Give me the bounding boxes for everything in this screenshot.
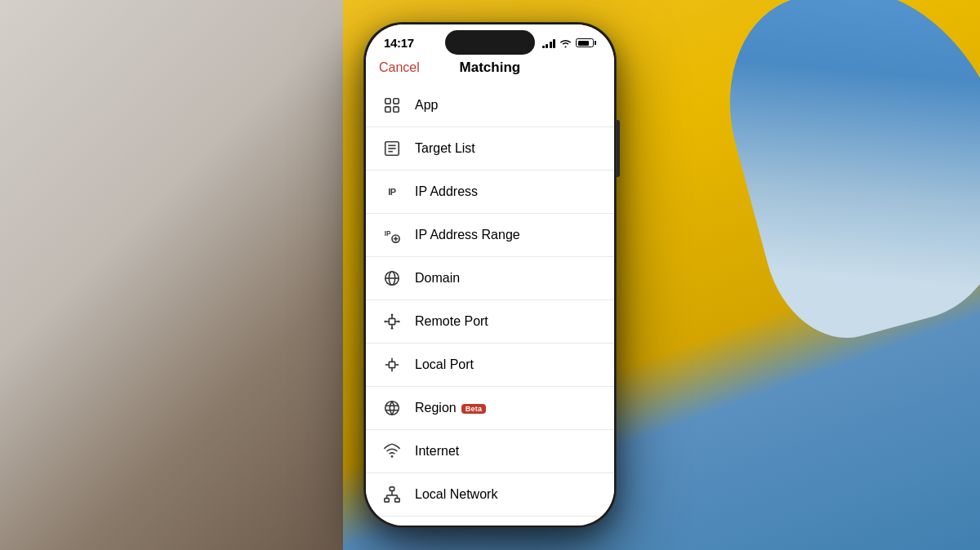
dynamic-island — [445, 30, 535, 55]
svg-point-23 — [398, 321, 400, 323]
beta-badge: Beta — [461, 404, 487, 414]
menu-item-app[interactable]: App — [366, 84, 614, 127]
bg-left — [0, 0, 343, 550]
menu-item-ip-address[interactable]: IP IP Address — [366, 171, 614, 214]
app-grid-icon — [381, 94, 403, 117]
menu-item-domain[interactable]: Domain — [366, 257, 614, 300]
battery-icon — [576, 38, 596, 47]
svg-point-20 — [391, 313, 394, 316]
svg-point-32 — [391, 455, 394, 458]
svg-point-21 — [391, 327, 394, 330]
menu-item-region[interactable]: RegionBeta — [366, 387, 614, 430]
region-globe-icon — [381, 397, 403, 419]
wifi-icon — [559, 38, 572, 48]
svg-rect-24 — [389, 361, 394, 367]
svg-point-29 — [385, 401, 399, 415]
nav-title: Matching — [460, 60, 521, 76]
menu-item-app-label: App — [415, 98, 438, 113]
globe-icon — [381, 267, 403, 290]
signal-icon — [542, 38, 556, 48]
menu-item-local-network-label: Local Network — [415, 487, 497, 502]
svg-rect-35 — [395, 499, 400, 503]
phone-screen: 14:17 — [366, 24, 614, 526]
svg-rect-33 — [390, 487, 394, 491]
menu-item-remote-port-label: Remote Port — [415, 314, 488, 329]
menu-item-ip-address-range[interactable]: IP IP Address Range — [366, 214, 614, 257]
svg-rect-2 — [385, 107, 390, 112]
ip-range-icon: IP — [381, 224, 403, 246]
menu-item-local-port[interactable]: Local Port — [366, 344, 614, 387]
remote-port-icon — [381, 310, 403, 333]
target-list-icon — [381, 137, 403, 160]
menu-item-target-list[interactable]: Target List — [366, 127, 614, 171]
svg-rect-34 — [385, 499, 390, 503]
menu-item-target-list-label: Target List — [415, 141, 475, 156]
menu-list: App Target List — [366, 84, 614, 526]
menu-item-all-gaming-sites[interactable]: All Gaming Sites ⓘ — [366, 517, 614, 526]
nav-bar: Cancel Matching — [366, 56, 614, 84]
svg-rect-15 — [389, 318, 394, 324]
local-network-icon — [381, 483, 403, 506]
svg-rect-3 — [394, 107, 399, 112]
menu-item-ip-address-label: IP Address — [415, 184, 478, 199]
svg-text:IP: IP — [385, 230, 391, 237]
status-icons — [542, 38, 597, 48]
ip-address-icon: IP — [381, 180, 403, 203]
menu-item-remote-port[interactable]: Remote Port — [366, 300, 614, 344]
phone-body: 14:17 — [363, 22, 617, 528]
menu-item-internet[interactable]: Internet — [366, 430, 614, 473]
menu-item-domain-label: Domain — [415, 271, 460, 286]
wifi-list-icon — [381, 440, 403, 463]
menu-item-ip-range-label: IP Address Range — [415, 228, 520, 242]
status-time: 14:17 — [384, 36, 414, 50]
cancel-button[interactable]: Cancel — [379, 60, 420, 75]
local-port-icon — [381, 353, 403, 376]
svg-rect-1 — [394, 99, 399, 104]
svg-rect-0 — [385, 99, 390, 104]
menu-item-local-port-label: Local Port — [415, 357, 474, 372]
menu-item-internet-label: Internet — [415, 444, 459, 459]
phone-device: 14:17 — [363, 22, 617, 528]
menu-item-region-label: RegionBeta — [415, 401, 486, 415]
menu-item-local-network[interactable]: Local Network — [366, 473, 614, 517]
svg-point-22 — [384, 321, 386, 323]
